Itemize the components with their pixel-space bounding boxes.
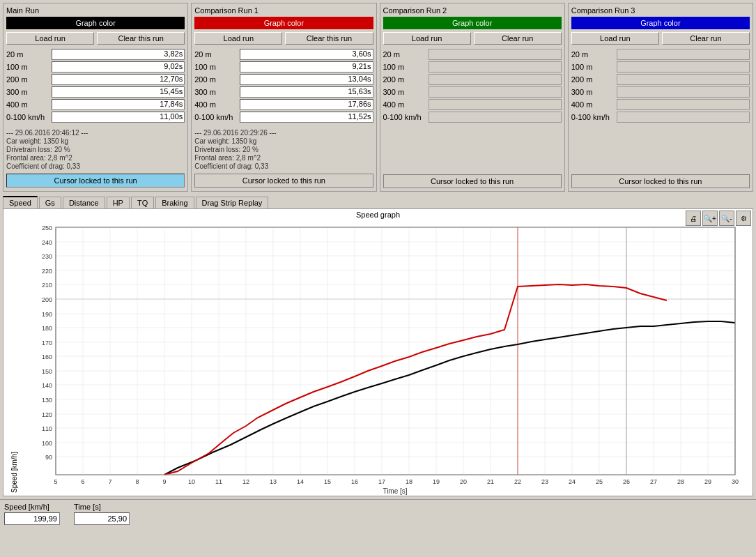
tab-drag-strip-replay[interactable]: Drag Strip Replay [196, 197, 269, 208]
svg-text:240: 240 [42, 239, 52, 246]
comp3-clear-btn[interactable]: Clear run [662, 32, 750, 45]
main-clear-btn[interactable]: Clear this run [97, 32, 185, 45]
comp3-title: Comparison Run 3 [571, 6, 750, 15]
svg-text:170: 170 [42, 339, 52, 346]
svg-text:150: 150 [42, 368, 52, 375]
tab-distance[interactable]: Distance [63, 197, 105, 208]
time-field: Time [s] 25,90 [74, 503, 130, 525]
svg-text:120: 120 [42, 411, 52, 418]
main-meas-20m: 20 m 3,82s [6, 49, 185, 60]
comp2-clear-btn[interactable]: Clear run [474, 32, 562, 45]
time-value: 25,90 [74, 512, 130, 525]
main-meta-weight: Car weight: 1350 kg [6, 137, 185, 145]
svg-text:27: 27 [650, 478, 657, 485]
comp1-meas-20m: 20 m 3,60s [194, 49, 373, 60]
comp2-graph-color-bar: Graph color [383, 17, 562, 29]
comp1-meta-drivetrain: Drivetrain loss: 20 % [194, 146, 373, 153]
svg-text:25: 25 [596, 478, 603, 485]
svg-text:19: 19 [433, 478, 440, 485]
main-graph-color-bar: Graph color [6, 17, 185, 29]
svg-text:250: 250 [42, 224, 52, 231]
svg-text:180: 180 [42, 325, 52, 332]
comp1-cursor-btn[interactable]: Cursor locked to this run [194, 174, 373, 188]
comp1-meta-frontal: Frontal area: 2,8 m^2 [194, 154, 373, 162]
comp1-graph-color-bar: Graph color [194, 17, 373, 29]
svg-text:130: 130 [42, 397, 52, 404]
svg-text:90: 90 [45, 454, 52, 461]
comp3-load-btn[interactable]: Load run [571, 32, 659, 45]
comp2-cursor-btn[interactable]: Cursor locked to this run [383, 174, 562, 188]
comp3-cursor-btn[interactable]: Cursor locked to this run [571, 174, 750, 188]
svg-text:29: 29 [704, 478, 711, 485]
comp2-meas-100m: 100 m [383, 61, 562, 73]
main-meas-100m: 100 m 9,02s [6, 61, 185, 73]
chart-title: Speed graph [3, 209, 753, 220]
comp2-title: Comparison Run 2 [383, 6, 562, 15]
comp1-meta-drag: Coefficient of drag: 0,33 [194, 162, 373, 170]
y-axis-label: Speed [km/h] [3, 220, 24, 496]
comp2-meas-0100: 0-100 km/h [383, 112, 562, 123]
comp1-meas-300m: 300 m 15,63s [194, 86, 373, 98]
top-section: Main Run Graph color Load run Clear this… [0, 0, 756, 194]
comp3-panel: Comparison Run 3 Graph color Load run Cl… [568, 3, 753, 192]
chart-section: Speed graph 🖨 🔍+ 🔍- ⚙ Speed [km/h] [3, 208, 753, 496]
comp2-panel: Comparison Run 2 Graph color Load run Cl… [380, 3, 565, 192]
svg-text:10: 10 [188, 478, 195, 485]
svg-text:14: 14 [297, 478, 304, 485]
svg-text:22: 22 [514, 478, 521, 485]
main-meas-0100: 0-100 km/h 11,00s [6, 112, 185, 123]
svg-text:23: 23 [541, 478, 548, 485]
main-meas-400m: 400 m 17,84s [6, 99, 185, 110]
main-run-panel: Main Run Graph color Load run Clear this… [3, 3, 188, 192]
svg-text:200: 200 [42, 296, 52, 303]
tab-tq[interactable]: TQ [131, 197, 154, 208]
svg-text:6: 6 [81, 478, 84, 485]
comp1-meas-100m: 100 m 9,21s [194, 61, 373, 73]
svg-text:5: 5 [54, 478, 57, 485]
svg-text:190: 190 [42, 311, 52, 318]
time-label: Time [s] [74, 503, 130, 511]
comp1-title: Comparison Run 1 [194, 6, 373, 15]
svg-text:100: 100 [42, 440, 52, 447]
comp2-meas-20m: 20 m [383, 49, 562, 60]
svg-text:30: 30 [732, 478, 739, 485]
svg-text:220: 220 [42, 268, 52, 275]
comp1-load-btn[interactable]: Load run [194, 32, 282, 45]
main-meta-drivetrain: Drivetrain loss: 20 % [6, 146, 185, 153]
svg-text:Time [s]: Time [s] [383, 487, 407, 495]
speed-field: Speed [km/h] 199,99 [4, 503, 60, 525]
comp1-meta-date: --- 29.06.2016 20:29:26 --- [194, 129, 373, 137]
svg-text:8: 8 [135, 478, 139, 485]
comp3-meas-200m: 200 m [571, 74, 750, 85]
main-cursor-btn[interactable]: Cursor locked to this run [6, 174, 185, 188]
comp2-meas-200m: 200 m [383, 74, 562, 85]
svg-text:160: 160 [42, 353, 52, 360]
main-meta-drag: Coefficient of drag: 0,33 [6, 162, 185, 170]
main-meas-200m: 200 m 12,70s [6, 74, 185, 85]
bottom-bar: Speed [km/h] 199,99 Time [s] 25,90 [0, 499, 756, 528]
svg-text:21: 21 [487, 478, 494, 485]
comp1-clear-btn[interactable]: Clear this run [285, 32, 373, 45]
main-meta-frontal: Frontal area: 2,8 m^2 [6, 154, 185, 162]
comp2-load-btn[interactable]: Load run [383, 32, 471, 45]
tab-hp[interactable]: HP [107, 197, 130, 208]
comp3-meas-20m: 20 m [571, 49, 750, 60]
comp1-meas-400m: 400 m 17,86s [194, 99, 373, 110]
comp1-meas-0100: 0-100 km/h 11,52s [194, 112, 373, 123]
svg-text:15: 15 [324, 478, 331, 485]
tab-speed[interactable]: Speed [3, 196, 38, 208]
tabs-bar: Speed Gs Distance HP TQ Braking Drag Str… [0, 194, 756, 208]
main-meas-300m: 300 m 15,45s [6, 86, 185, 98]
comp3-meas-400m: 400 m [571, 99, 750, 110]
svg-text:230: 230 [42, 253, 52, 260]
svg-rect-0 [56, 227, 735, 475]
tab-gs[interactable]: Gs [39, 197, 61, 208]
comp1-meta-weight: Car weight: 1350 kg [194, 137, 373, 145]
svg-text:210: 210 [42, 282, 52, 289]
svg-text:26: 26 [623, 478, 630, 485]
main-run-title: Main Run [6, 6, 185, 15]
comp3-meas-300m: 300 m [571, 86, 750, 98]
comp3-meas-100m: 100 m [571, 61, 750, 73]
main-load-btn[interactable]: Load run [6, 32, 94, 45]
tab-braking[interactable]: Braking [155, 197, 194, 208]
